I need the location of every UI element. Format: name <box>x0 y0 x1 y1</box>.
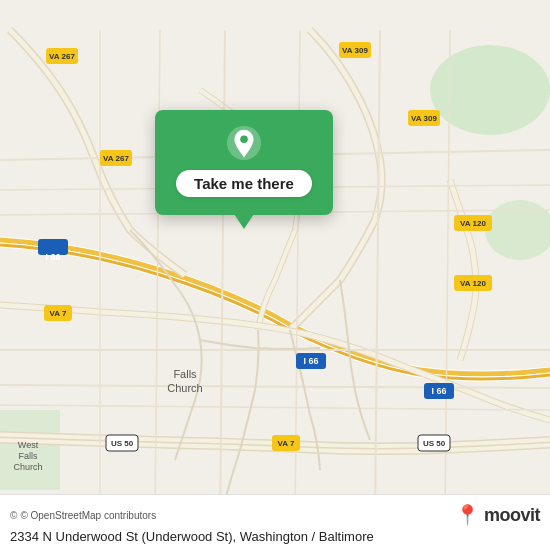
svg-text:VA 309: VA 309 <box>411 114 437 123</box>
svg-text:West: West <box>18 440 39 450</box>
svg-text:Church: Church <box>167 382 202 394</box>
svg-text:Church: Church <box>13 462 42 472</box>
osm-text: © OpenStreetMap contributors <box>20 510 156 521</box>
svg-text:US 50: US 50 <box>111 439 134 448</box>
copyright-symbol: © <box>10 510 17 521</box>
svg-text:VA 120: VA 120 <box>460 219 486 228</box>
svg-text:VA 120: VA 120 <box>460 279 486 288</box>
map-popup[interactable]: Take me there <box>155 110 333 215</box>
svg-text:VA 267: VA 267 <box>49 52 75 61</box>
svg-point-1 <box>430 45 550 135</box>
svg-text:Falls: Falls <box>173 368 197 380</box>
svg-text:I 66: I 66 <box>431 386 446 396</box>
svg-text:I 66: I 66 <box>45 252 60 262</box>
svg-text:VA 7: VA 7 <box>278 439 295 448</box>
moovit-logo: 📍 moovit <box>455 503 540 527</box>
take-me-there-button[interactable]: Take me there <box>176 170 312 197</box>
moovit-brand-text: moovit <box>484 505 540 526</box>
svg-text:VA 267: VA 267 <box>103 154 129 163</box>
osm-attribution: © © OpenStreetMap contributors <box>10 510 156 521</box>
svg-text:US 50: US 50 <box>423 439 446 448</box>
svg-point-50 <box>240 135 248 143</box>
svg-text:VA 7: VA 7 <box>50 309 67 318</box>
map-container: I 66 I 66 I 66 VA 267 VA 309 VA 267 SR 6… <box>0 0 550 550</box>
moovit-pin-icon: 📍 <box>455 503 480 527</box>
location-pin-icon <box>225 124 263 162</box>
svg-text:Falls: Falls <box>18 451 38 461</box>
bottom-bar: © © OpenStreetMap contributors 📍 moovit … <box>0 494 550 550</box>
map-background: I 66 I 66 I 66 VA 267 VA 309 VA 267 SR 6… <box>0 0 550 550</box>
map-svg: I 66 I 66 I 66 VA 267 VA 309 VA 267 SR 6… <box>0 0 550 550</box>
svg-text:VA 309: VA 309 <box>342 46 368 55</box>
svg-rect-3 <box>0 410 60 490</box>
address-line: 2334 N Underwood St (Underwood St), Wash… <box>10 529 540 544</box>
svg-text:I 66: I 66 <box>303 356 318 366</box>
